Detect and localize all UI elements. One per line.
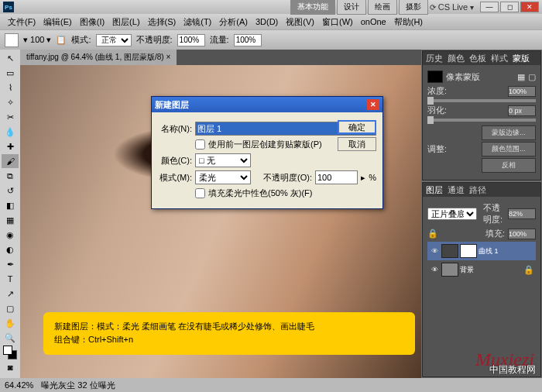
lock-icon: 🔒	[523, 265, 534, 275]
workspace-tab[interactable]: 摄影	[399, 0, 428, 15]
layer-row[interactable]: 👁 背景 🔒	[427, 260, 536, 279]
layer-row[interactable]: 👁 曲线 1	[427, 242, 536, 260]
workspace-tab[interactable]: 设计	[337, 0, 366, 15]
opt-flow-label: 流量:	[210, 34, 229, 46]
visibility-icon[interactable]: 👁	[429, 246, 440, 256]
color-label: 颜色(C):	[158, 155, 192, 167]
mode-select[interactable]: 柔光	[195, 170, 251, 184]
menu-layer[interactable]: 图层(L)	[109, 15, 142, 29]
feather-slider[interactable]	[427, 119, 536, 122]
dialog-titlebar[interactable]: 新建图层 ✕	[152, 97, 382, 112]
wand-tool[interactable]: ✧	[2, 95, 19, 109]
tab-layers[interactable]: 图层	[426, 184, 443, 196]
marquee-tool[interactable]: ▭	[2, 66, 19, 80]
note-line2: 组合键：Ctrl+Shift+n	[54, 333, 404, 347]
cancel-button[interactable]: 取消	[338, 137, 376, 151]
ok-button[interactable]: 确定	[338, 120, 376, 134]
visibility-icon[interactable]: 👁	[429, 264, 440, 275]
hand-tool[interactable]: ✋	[2, 316, 19, 330]
menu-help[interactable]: 帮助(H)	[391, 15, 426, 29]
tools-palette: ↖ ▭ ⌇ ✧ ✂ 💧 ✚ 🖌 ⧉ ↺ ◧ ▦ ◉ ◐ ✒ T ↗ ▢ ✋ 🔍 …	[0, 50, 20, 378]
zoom-level[interactable]: 64.42%	[5, 380, 33, 390]
menu-window[interactable]: 窗口(W)	[319, 15, 356, 29]
layer-fill-label: 填充:	[485, 228, 505, 239]
dodge-tool[interactable]: ◐	[2, 242, 19, 256]
blend-mode-select[interactable]: 正片叠底	[427, 208, 477, 220]
layer-thumb-icon[interactable]	[441, 244, 458, 258]
crop-tool[interactable]: ✂	[2, 110, 19, 124]
density-slider[interactable]	[427, 99, 536, 102]
eraser-tool[interactable]: ◧	[2, 198, 19, 212]
menu-3d[interactable]: 3D(D)	[252, 15, 281, 28]
app-icon: Ps	[3, 2, 14, 12]
mode-label: 模式(M):	[158, 172, 192, 184]
heal-tool[interactable]: ✚	[2, 139, 19, 153]
fill-neutral-checkbox[interactable]	[195, 188, 205, 198]
color-swatch[interactable]	[2, 346, 19, 359]
menu-onone[interactable]: onOne	[358, 15, 389, 28]
dialog-title-text: 新建图层	[155, 99, 189, 111]
workspace-tab[interactable]: 绘画	[368, 0, 397, 15]
gradient-tool[interactable]: ▦	[2, 213, 19, 227]
feather-input[interactable]	[508, 105, 536, 116]
layers-panel: 图层通道路径 正片叠底不透明度: 🔒填充: 👁 曲线 1 👁 背景 🔒	[422, 182, 541, 377]
shape-tool[interactable]: ▢	[2, 301, 19, 315]
mask-type-label: 像素蒙版	[446, 71, 480, 83]
menu-select[interactable]: 选择(S)	[145, 15, 180, 29]
menu-file[interactable]: 文件(F)	[5, 15, 39, 29]
menu-analysis[interactable]: 分析(A)	[216, 15, 251, 29]
clip-checkbox[interactable]	[195, 139, 205, 150]
path-tool[interactable]: ↗	[2, 287, 19, 301]
tab-paths[interactable]: 路径	[469, 184, 486, 196]
layer-opacity-label: 不透明度:	[483, 202, 505, 225]
opacity-input[interactable]	[315, 170, 358, 184]
pen-tool[interactable]: ✒	[2, 257, 19, 271]
tab-channels[interactable]: 通道	[448, 184, 465, 196]
mask-edge-button[interactable]: 蒙版边缘...	[482, 126, 536, 140]
menu-view[interactable]: 视图(V)	[283, 15, 317, 29]
brush-preview[interactable]	[5, 33, 19, 47]
document-tab[interactable]: tiffany.jpg @ 64.4% (曲线 1, 图层蒙版/8) ×	[20, 50, 177, 65]
cs-live-button[interactable]: ⟳ CS Live ▾	[430, 2, 474, 12]
stamp-tool[interactable]: ⧉	[2, 169, 19, 183]
menu-image[interactable]: 图像(I)	[77, 15, 108, 29]
menu-filter[interactable]: 滤镜(T)	[180, 15, 214, 29]
move-tool[interactable]: ↖	[2, 51, 19, 65]
workspace-tab[interactable]: 基本功能	[290, 0, 335, 15]
opt-mode-select[interactable]: 正常	[96, 34, 132, 46]
color-select[interactable]: □ 无	[195, 153, 251, 167]
annotation-note: 新建图层：模式：柔光 柔细画笔 在没有睫毛或稀少处修饰、画出睫毛 组合键：Ctr…	[43, 312, 415, 355]
minimize-button[interactable]: —	[480, 2, 499, 12]
new-layer-dialog: 新建图层 ✕ 名称(N): 使用前一图层创建剪贴蒙版(P) 颜色(C): □ 无…	[151, 96, 383, 209]
eyedropper-tool[interactable]: 💧	[2, 125, 19, 139]
layer-fill-input[interactable]	[508, 229, 536, 239]
opt-flow-input[interactable]	[234, 34, 262, 46]
color-range-button[interactable]: 颜色范围...	[482, 142, 536, 156]
lasso-tool[interactable]: ⌇	[2, 81, 19, 95]
quickmask-toggle[interactable]: ◙	[2, 360, 19, 374]
history-brush-tool[interactable]: ↺	[2, 184, 19, 198]
invert-button[interactable]: 反相	[482, 158, 536, 173]
density-input[interactable]	[508, 86, 536, 97]
status-info: 曝光灰尘 32 位曝光	[41, 380, 115, 391]
maximize-button[interactable]: ◻	[500, 2, 519, 12]
zoom-tool[interactable]: 🔍	[2, 331, 19, 345]
opacity-pct: %	[369, 173, 376, 182]
layer-mask-thumb[interactable]	[460, 244, 477, 258]
options-bar: ▾ 100 ▾ 📋 模式: 正常 不透明度: 流量:	[0, 29, 542, 50]
type-tool[interactable]: T	[2, 272, 19, 286]
layer-opacity-input[interactable]	[508, 208, 536, 219]
layer-thumb-icon[interactable]	[441, 263, 458, 277]
menu-edit[interactable]: 编辑(E)	[40, 15, 75, 29]
pixel-mask-icon[interactable]: ▦	[517, 72, 525, 82]
opt-opacity-input[interactable]	[177, 34, 205, 46]
adjust-label: 调整:	[427, 143, 447, 155]
dialog-close-button[interactable]: ✕	[367, 99, 379, 110]
tab-mask[interactable]: 蒙版	[513, 53, 530, 64]
layer-name: 曲线 1	[479, 246, 499, 256]
blur-tool[interactable]: ◉	[2, 228, 19, 242]
close-button[interactable]: ✕	[520, 2, 539, 12]
note-line1: 新建图层：模式：柔光 柔细画笔 在没有睫毛或稀少处修饰、画出睫毛	[54, 320, 404, 334]
brush-tool[interactable]: 🖌	[2, 154, 19, 168]
vector-mask-icon[interactable]: ▢	[528, 72, 536, 82]
